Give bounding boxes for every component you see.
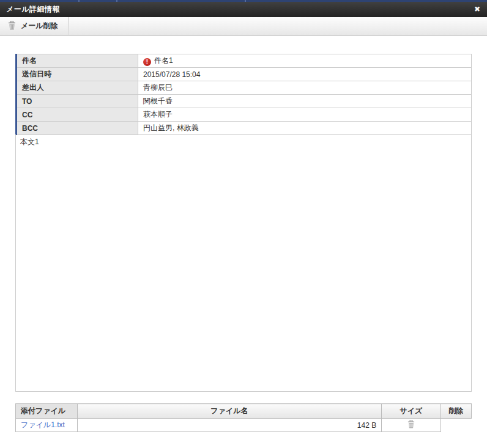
sent-datetime-label: 送信日時: [17, 68, 138, 81]
attachments-table: 添付ファイル ファイル名 サイズ 削除 ファイル1.txt 142 B: [15, 403, 472, 432]
table-row-to: TO 関根千香: [17, 95, 472, 108]
delete-mail-button-label: メール削除: [21, 21, 58, 31]
cc-value: 萩本順子: [138, 108, 472, 122]
attachment-filename-cell: ファイル1.txt: [16, 419, 78, 432]
table-row-cc: CC 萩本順子: [17, 108, 472, 122]
delete-mail-button[interactable]: メール削除: [0, 17, 69, 35]
delete-column-header: 削除: [441, 404, 471, 419]
attachments-section-label: 添付ファイル: [16, 404, 78, 419]
sender-label: 差出人: [17, 81, 138, 95]
dialog-toolbar: メール削除: [0, 17, 487, 35]
bcc-value: 円山益男, 林政義: [138, 122, 472, 135]
size-column-header: サイズ: [382, 404, 441, 419]
attachment-file-link[interactable]: ファイル1.txt: [16, 420, 65, 429]
important-alert-icon: !: [143, 58, 151, 66]
table-row-sender: 差出人 青柳辰巳: [17, 81, 472, 95]
attachment-file-row: ファイル1.txt 142 B: [16, 419, 472, 432]
sent-datetime-value: 2015/07/28 15:04: [138, 68, 472, 81]
to-value: 関根千香: [138, 95, 472, 108]
attachments-header-row: 添付ファイル ファイル名 サイズ 削除: [16, 404, 472, 419]
table-row-sent-datetime: 送信日時 2015/07/28 15:04: [17, 68, 472, 81]
trash-icon: [407, 422, 415, 430]
mail-detail-table: 件名 !件名1 送信日時 2015/07/28 15:04 差出人 青柳辰巳 T…: [15, 54, 472, 135]
mail-body-text: 本文1: [15, 134, 472, 392]
attachment-size-value: 142 B: [77, 419, 382, 432]
cc-label: CC: [17, 108, 138, 122]
trash-icon: [7, 21, 17, 32]
subject-value: 件名1: [154, 56, 173, 65]
to-label: TO: [17, 95, 138, 108]
dialog-content: 件名 !件名1 送信日時 2015/07/28 15:04 差出人 青柳辰巳 T…: [0, 35, 487, 448]
close-icon[interactable]: ✖: [474, 4, 480, 14]
subject-label: 件名: [17, 54, 138, 68]
subject-value-cell: !件名1: [138, 54, 472, 68]
attachment-delete-button[interactable]: [382, 419, 441, 432]
dialog-title: メール詳細情報: [0, 4, 60, 15]
mail-detail-dialog: メール詳細情報 ✖ メール削除 件名 !件名1: [0, 0, 487, 448]
table-row-bcc: BCC 円山益男, 林政義: [17, 122, 472, 135]
table-row-subject: 件名 !件名1: [17, 54, 472, 68]
filename-column-header: ファイル名: [77, 404, 382, 419]
bcc-label: BCC: [17, 122, 138, 135]
sender-value: 青柳辰巳: [138, 81, 472, 95]
dialog-titlebar: メール詳細情報 ✖: [0, 2, 487, 17]
